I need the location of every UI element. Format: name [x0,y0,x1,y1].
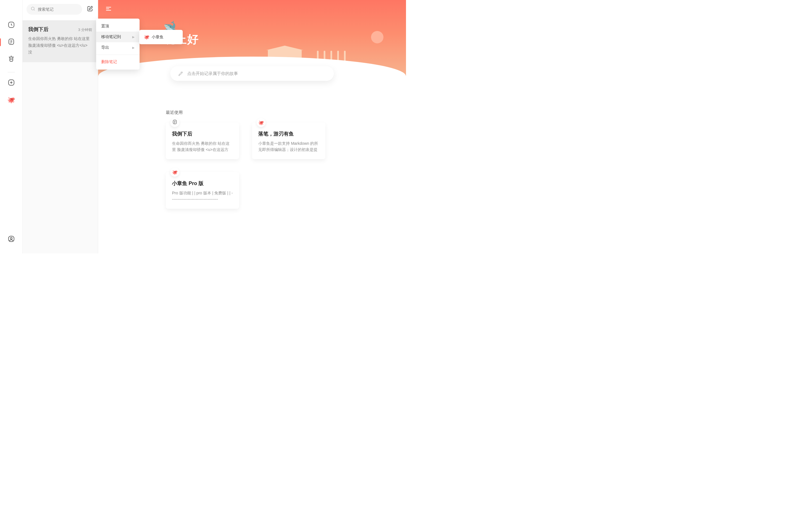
list-toolbar [22,0,98,20]
ctx-label: 导出 [101,45,109,50]
octopus-icon: 🐙 [144,34,149,40]
ctx-label: 删除笔记 [101,59,117,64]
card-title: 小章鱼 Pro 版 [172,180,233,187]
card-excerpt: Pro 版功能 | | pro 版本 | 免费版 | | -----------… [172,190,233,202]
octopus-icon: 🐙 [172,170,177,175]
ctx-pin[interactable]: 置顶 [96,21,140,32]
chevron-right-icon: ▶ [132,35,135,39]
user-icon [8,235,15,244]
note-icon [8,38,15,47]
pen-icon [177,70,187,77]
octopus-icon: 🐙 [7,96,15,104]
hero-sun-decor [371,31,384,43]
compose-icon [87,5,93,13]
rail-octopus[interactable]: 🐙 [6,94,17,106]
rail-add[interactable] [6,77,17,89]
svg-point-4 [10,237,12,239]
octopus-icon: 🐙 [258,120,264,125]
svg-point-5 [31,7,35,10]
recent-section-title: 最近使用 [166,110,389,115]
note-list-item[interactable]: 我倒下后 3 分钟前 生命因你而火热 勇敢的你 站在这里 脸庞清瘦却骄傲 <u>… [22,20,98,62]
card-title: 落笔，游刃有鱼 [258,130,319,137]
search-input[interactable] [38,7,78,11]
ctx-label: 移动笔记到 [101,34,121,40]
rail-separator [8,72,15,72]
trash-icon [8,55,15,63]
recent-card[interactable]: 我倒下后 生命因你而火热 勇敢的你 站在这里 脸庞清瘦却骄傲 <u>在这远方</… [166,122,239,159]
card-badge: 🐙 [170,168,179,177]
rail-trash[interactable] [6,54,17,65]
add-icon [8,79,15,87]
compose-button[interactable] [86,5,94,13]
prompt-text: 点击开始记录属于你的故事 [187,71,238,76]
note-preview: 生命因你而火热 勇敢的你 站在这里 脸庞清瘦却骄傲 <u>在这远方</u> 没 [28,36,92,55]
clock-icon [8,21,15,30]
note-icon [172,119,177,126]
recent-card[interactable]: 🐙 落笔，游刃有鱼 小章鱼是一款支持 Markdown 的所见即所得编辑器；设计… [252,122,325,159]
card-badge [170,118,179,127]
ctx-export[interactable]: 导出 ▶ [96,42,140,53]
menu-icon [105,8,112,13]
submenu-item-octopus[interactable]: 🐙 小章鱼 [139,32,183,43]
submenu-label: 小章鱼 [152,35,163,40]
card-title: 我倒下后 [172,130,233,137]
ctx-delete[interactable]: 删除笔记 [96,57,140,67]
svg-rect-1 [9,39,13,45]
sidebar-rail: 🐙 [0,0,22,253]
note-time: 3 分钟前 [78,27,92,33]
context-menu: 置顶 移动笔记到 ▶ 导出 ▶ 删除笔记 [96,18,140,69]
note-list-column: 我倒下后 3 分钟前 生命因你而火热 勇敢的你 站在这里 脸庞清瘦却骄傲 <u>… [22,0,98,253]
rail-recent[interactable] [6,20,17,31]
card-badge: 🐙 [257,118,266,127]
svg-rect-6 [173,120,176,124]
card-excerpt: 小章鱼是一款支持 Markdown 的所见即所得编辑器；设计的初衷是提供一个 [258,140,319,152]
chevron-right-icon: ▶ [132,46,135,50]
note-title: 我倒下后 [28,26,49,33]
ctx-label: 置顶 [101,24,109,29]
ctx-separator [96,55,140,55]
search-box[interactable] [27,4,82,15]
ctx-move[interactable]: 移动笔记到 ▶ [96,32,140,42]
recent-cards: 我倒下后 生命因你而火热 勇敢的你 站在这里 脸庞清瘦却骄傲 <u>在这远方</… [166,122,389,209]
card-excerpt: 生命因你而火热 勇敢的你 站在这里 脸庞清瘦却骄傲 <u>在这远方</u> 没人 [172,140,233,152]
content-area: 最近使用 我倒下后 生命因你而火热 勇敢的你 站在这里 脸庞清瘦却骄傲 <u>在… [98,76,406,220]
recent-card[interactable]: 🐙 小章鱼 Pro 版 Pro 版功能 | | pro 版本 | 免费版 | |… [166,172,239,209]
menu-toggle-button[interactable] [105,5,113,13]
search-icon [31,6,38,12]
context-submenu: 🐙 小章鱼 [139,30,183,44]
new-note-prompt[interactable]: 点击开始记录属于你的故事 [170,66,334,81]
rail-account[interactable] [6,234,17,245]
rail-notes[interactable] [6,37,17,48]
